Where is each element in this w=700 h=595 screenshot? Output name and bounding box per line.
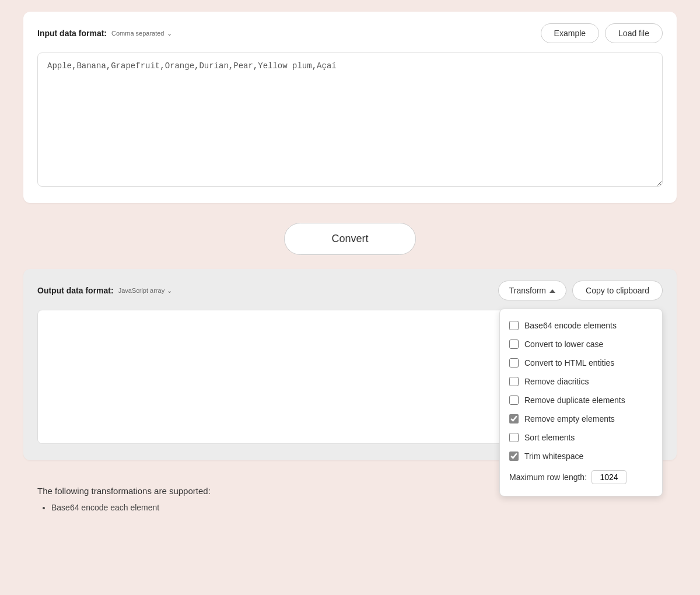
example-button[interactable]: Example [541,23,599,43]
lowercase-checkbox[interactable] [509,340,519,349]
transform-trim[interactable]: Trim whitespace [500,447,662,466]
info-item-base64: Base64 encode each element [51,503,159,512]
output-format-value: JavaScript array [118,287,164,294]
convert-section: Convert [23,217,677,269]
transform-remove-diacritics[interactable]: Remove diacritics [500,372,662,391]
sort-checkbox[interactable] [509,433,519,442]
lowercase-label: Convert to lower case [524,340,603,349]
max-row-label: Maximum row length: [509,473,587,482]
html-entities-checkbox[interactable] [509,358,519,368]
output-format-buttons: Transform Copy to clipboard [498,281,663,300]
input-format-buttons: Example Load file [541,23,663,43]
trim-checkbox[interactable] [509,452,519,461]
base64-label: Base64 encode elements [524,321,617,330]
input-format-select[interactable]: Comma separated ⌄ [111,30,172,37]
transform-html-entities[interactable]: Convert to HTML entities [500,354,662,372]
convert-button[interactable]: Convert [284,223,415,255]
base64-checkbox[interactable] [509,321,519,330]
transform-chevron-up-icon [550,289,555,293]
trim-label: Trim whitespace [524,452,583,461]
output-format-left: Output data format: JavaScript array ⌄ [37,286,172,295]
transform-remove-empty[interactable]: Remove empty elements [500,410,662,428]
input-format-left: Input data format: Comma separated ⌄ [37,29,172,38]
max-row-input[interactable] [592,470,626,484]
remove-diacritics-label: Remove diacritics [524,377,589,386]
remove-empty-checkbox[interactable] [509,414,519,424]
main-container: Input data format: Comma separated ⌄ Exa… [12,12,688,527]
transform-sort[interactable]: Sort elements [500,428,662,447]
input-format-label: Input data format: [37,29,107,38]
remove-empty-label: Remove empty elements [524,414,615,424]
output-format-select[interactable]: JavaScript array ⌄ [118,287,172,295]
output-format-chevron: ⌄ [167,287,172,295]
output-format-bar: Output data format: JavaScript array ⌄ T… [37,281,663,300]
load-file-button[interactable]: Load file [605,23,663,43]
info-list: Base64 encode each element [37,503,663,512]
transform-dropdown: Base64 encode elements Convert to lower … [499,309,663,496]
html-entities-label: Convert to HTML entities [524,358,614,368]
transform-remove-duplicates[interactable]: Remove duplicate elements [500,391,662,410]
transform-button-label: Transform [509,286,546,295]
info-list-item: Base64 encode each element [51,503,663,512]
output-format-label: Output data format: [37,286,114,295]
sort-label: Sort elements [524,433,575,442]
copy-clipboard-button[interactable]: Copy to clipboard [572,281,663,300]
transform-base64[interactable]: Base64 encode elements [500,316,662,335]
input-section: Input data format: Comma separated ⌄ Exa… [23,12,677,203]
transform-lowercase[interactable]: Convert to lower case [500,335,662,354]
remove-duplicates-checkbox[interactable] [509,396,519,405]
input-format-bar: Input data format: Comma separated ⌄ Exa… [37,23,663,43]
input-textarea[interactable]: Apple,Banana,Grapefruit,Orange,Durian,Pe… [37,52,663,187]
remove-diacritics-checkbox[interactable] [509,377,519,386]
output-section: Output data format: JavaScript array ⌄ T… [23,269,677,460]
input-format-value: Comma separated [111,30,164,37]
transform-button[interactable]: Transform [498,281,566,300]
remove-duplicates-label: Remove duplicate elements [524,396,625,405]
input-format-chevron: ⌄ [167,30,172,37]
max-row-item: Maximum row length: [500,466,662,489]
